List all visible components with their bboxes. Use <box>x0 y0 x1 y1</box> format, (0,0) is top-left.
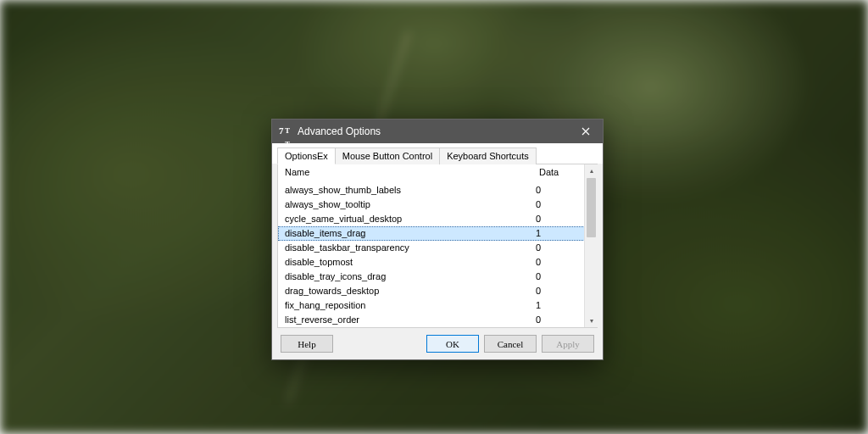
vertical-scrollbar[interactable]: ▴ ▾ <box>584 164 598 327</box>
cell-option-value: 0 <box>536 198 578 212</box>
cell-option-value: 0 <box>536 284 578 298</box>
close-icon <box>581 127 590 136</box>
scroll-thumb[interactable] <box>587 178 596 237</box>
table-row[interactable]: disable_taskbar_transparency0 <box>278 241 585 255</box>
cell-option-value: 0 <box>536 212 578 226</box>
table-row[interactable]: list_reverse_order0 <box>278 313 585 327</box>
tab-keyboard-shortcuts[interactable]: Keyboard Shortcuts <box>439 147 537 164</box>
cell-option-name: disable_items_drag <box>285 226 536 241</box>
apply-button[interactable]: Apply <box>542 335 594 353</box>
titlebar[interactable]: Advanced Options <box>272 120 603 143</box>
table-row[interactable]: disable_topmost0 <box>278 255 585 270</box>
cell-option-name: cycle_same_virtual_desktop <box>285 212 536 226</box>
tab-mouse-button-control[interactable]: Mouse Button Control <box>335 147 440 164</box>
cell-option-value: 0 <box>536 313 578 327</box>
cell-option-name: disable_tray_icons_drag <box>285 270 536 284</box>
tab-strip: OptionsEx Mouse Button Control Keyboard … <box>272 143 603 164</box>
cell-option-name: disable_taskbar_transparency <box>285 241 536 255</box>
button-bar: Help OK Cancel Apply <box>272 328 603 359</box>
column-header-name[interactable]: Name <box>281 167 539 177</box>
app-icon <box>279 125 292 138</box>
dialog-client-area: OptionsEx Mouse Button Control Keyboard … <box>272 143 603 359</box>
table-row[interactable]: cycle_same_virtual_desktop0 <box>278 212 585 226</box>
listview-rows[interactable]: always_show_thumb_labels0always_show_too… <box>278 183 585 327</box>
help-button[interactable]: Help <box>281 335 333 353</box>
close-button[interactable] <box>569 120 603 143</box>
cell-option-name: always_show_thumb_labels <box>285 183 536 198</box>
scroll-down-arrow-icon[interactable]: ▾ <box>585 314 598 327</box>
column-header-data[interactable]: Data <box>539 167 581 177</box>
cell-option-value: 1 <box>536 226 578 241</box>
cell-option-value: 0 <box>536 241 578 255</box>
cell-option-value: 0 <box>536 255 578 270</box>
table-row[interactable]: always_show_tooltip0 <box>278 198 585 212</box>
tab-page-optionsex: Name Data always_show_thumb_labels0alway… <box>277 164 598 328</box>
table-row[interactable]: always_show_thumb_labels0 <box>278 183 585 198</box>
cell-option-value: 1 <box>536 298 578 313</box>
listview-header[interactable]: Name Data <box>278 164 597 181</box>
cell-option-name: disable_topmost <box>285 255 536 270</box>
table-row[interactable]: fix_hang_reposition1 <box>278 298 585 313</box>
ok-button[interactable]: OK <box>426 335 479 353</box>
cell-option-name: drag_towards_desktop <box>285 284 536 298</box>
cell-option-name: fix_hang_reposition <box>285 298 536 313</box>
cell-option-name: always_show_tooltip <box>285 198 536 212</box>
advanced-options-dialog: Advanced Options OptionsEx Mouse Button … <box>271 119 604 360</box>
cell-option-name: list_reverse_order <box>285 313 536 327</box>
cell-option-value: 0 <box>536 183 578 198</box>
cell-option-value: 0 <box>536 270 578 284</box>
table-row[interactable]: drag_towards_desktop0 <box>278 284 585 298</box>
table-row[interactable]: disable_items_drag1 <box>278 226 585 241</box>
scroll-up-arrow-icon[interactable]: ▴ <box>585 164 598 177</box>
table-row[interactable]: disable_tray_icons_drag0 <box>278 270 585 284</box>
dialog-title: Advanced Options <box>298 125 569 137</box>
tab-optionsex[interactable]: OptionsEx <box>277 147 336 164</box>
cancel-button[interactable]: Cancel <box>484 335 537 353</box>
options-listview[interactable]: Name Data always_show_thumb_labels0alway… <box>278 164 597 327</box>
